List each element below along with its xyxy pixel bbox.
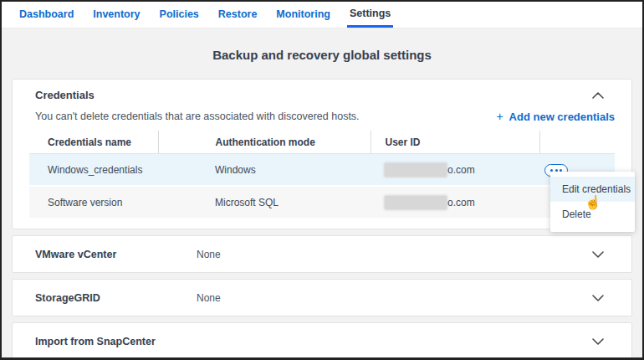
column-header-user-id: User ID — [371, 131, 539, 154]
redacted-user-id — [385, 196, 447, 209]
tab-monitoring[interactable]: Monitoring — [273, 2, 333, 28]
page-title: Backup and recovery global settings — [2, 48, 642, 62]
chevron-down-icon[interactable] — [592, 338, 604, 345]
tab-restore[interactable]: Restore — [216, 2, 260, 28]
section-value: None — [197, 292, 221, 304]
cell-credentials-name: Software version — [29, 186, 158, 218]
user-id-suffix: o.com — [447, 164, 475, 176]
section-import-from-snapcenter: Import from SnapCenter — [12, 322, 632, 360]
tab-dashboard[interactable]: Dashboard — [17, 2, 76, 28]
column-header-actions — [539, 131, 615, 154]
table-row-software-version[interactable]: Software version Microsoft SQL o.com — [29, 186, 615, 218]
redacted-user-id — [385, 163, 447, 177]
add-new-credentials-label: Add new credentials — [509, 111, 615, 123]
chevron-down-icon[interactable] — [592, 295, 604, 301]
table-row-windows-credentials[interactable]: Windows_credentials Windows o.com — [29, 154, 615, 187]
section-label: StorageGRID — [35, 292, 197, 304]
credentials-note: You can't delete credentials that are as… — [35, 111, 360, 122]
tab-inventory[interactable]: Inventory — [90, 2, 142, 28]
cell-credentials-name: Windows_credentials — [29, 154, 158, 187]
cell-user-id: o.com — [371, 154, 539, 187]
tab-settings[interactable]: Settings — [347, 2, 393, 28]
add-new-credentials-button[interactable]: + Add new credentials — [496, 110, 615, 123]
chevron-down-icon[interactable] — [592, 251, 604, 258]
cell-user-id: o.com — [371, 186, 539, 218]
cell-authentication-mode: Microsoft SQL — [158, 186, 371, 218]
cell-authentication-mode: Windows — [158, 154, 371, 187]
section-label: VMware vCenter — [35, 249, 197, 260]
top-nav: Dashboard Inventory Policies Restore Mon… — [2, 2, 642, 28]
column-header-credentials-name: Credentials name — [29, 131, 158, 154]
credentials-table: Credentials name Authentication mode Use… — [29, 131, 615, 218]
user-id-suffix: o.com — [447, 197, 475, 208]
tab-policies[interactable]: Policies — [157, 2, 202, 28]
column-header-authentication-mode: Authentication mode — [158, 131, 371, 154]
credentials-section-title: Credentials — [35, 89, 95, 101]
chevron-up-icon[interactable] — [592, 92, 604, 99]
settings-page: Backup and recovery global settings Cred… — [2, 28, 642, 360]
menu-item-edit-credentials[interactable]: Edit credentials — [550, 177, 635, 202]
plus-icon: + — [496, 110, 503, 123]
section-vmware-vcenter: VMware vCenter None — [12, 235, 632, 273]
section-value: None — [197, 249, 221, 260]
section-label: Import from SnapCenter — [35, 336, 197, 347]
section-storagegrid: StorageGRID None — [12, 279, 632, 316]
app-window: Dashboard Inventory Policies Restore Mon… — [0, 0, 644, 360]
menu-item-delete[interactable]: Delete — [550, 202, 635, 227]
row-actions-menu: Edit credentials Delete ☝ — [550, 172, 635, 232]
credentials-card: Credentials You can't delete credentials… — [12, 79, 632, 229]
